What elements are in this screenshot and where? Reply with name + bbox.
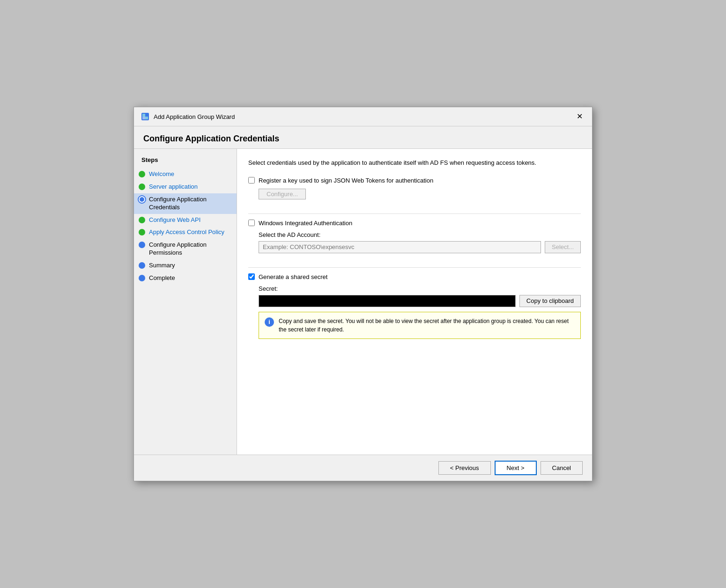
secret-checkbox-row: Generate a shared secret [248,273,581,280]
step-dot-welcome [139,171,145,177]
secret-input[interactable] [259,295,516,307]
sidebar-item-complete[interactable]: Complete [134,272,237,285]
section-separator-2 [248,267,581,268]
close-button[interactable]: ✕ [574,112,585,121]
sidebar-item-summary[interactable]: Summary [134,259,237,272]
previous-button[interactable]: < Previous [438,461,491,475]
content-area: Steps Welcome Server application Configu… [134,149,592,455]
cancel-button[interactable]: Cancel [541,461,583,475]
sidebar-item-apply-access-control[interactable]: Apply Access Control Policy [134,226,237,239]
sidebar-label-configure-permissions: Configure ApplicationPermissions [149,241,207,257]
main-panel: Select credentials used by the applicati… [237,149,592,455]
sidebar-label-apply-access-control: Apply Access Control Policy [149,228,224,236]
sidebar-label-server-application: Server application [149,183,198,191]
sidebar-label-configure-credentials: Configure ApplicationCredentials [149,196,207,212]
description-text: Select credentials used by the applicati… [248,158,581,168]
secret-input-row: Copy to clipboard [259,295,581,307]
svg-rect-3 [142,117,145,119]
info-box: i Copy and save the secret. You will not… [259,312,581,339]
step-dot-configure-web-api [139,217,145,223]
wia-checkbox-row: Windows Integrated Authentication [248,220,581,227]
dialog: Add Application Group Wizard ✕ Configure… [133,107,593,481]
step-dot-server-application [139,184,145,190]
secret-section: Generate a shared secret Secret: Copy to… [248,273,581,339]
sidebar-label-configure-web-api: Configure Web API [149,216,200,224]
copy-to-clipboard-button[interactable]: Copy to clipboard [519,295,581,307]
step-dot-apply-access-control [139,229,145,235]
ad-account-input[interactable] [259,241,541,253]
jwt-checkbox-row: Register a key used to sign JSON Web Tok… [248,177,581,184]
secret-label: Secret: [259,285,581,292]
sidebar-item-configure-credentials[interactable]: Configure ApplicationCredentials [134,193,237,214]
step-dot-configure-credentials [139,196,145,203]
wia-checkbox-label: Windows Integrated Authentication [259,220,352,227]
info-text: Copy and save the secret. You will not b… [279,317,575,334]
info-icon: i [265,317,274,327]
secret-checkbox[interactable] [248,273,255,280]
sidebar-item-configure-web-api[interactable]: Configure Web API [134,214,237,227]
jwt-checkbox-label: Register a key used to sign JSON Web Tok… [259,177,433,184]
title-bar-left: Add Application Group Wizard [141,112,235,121]
page-title: Configure Application Credentials [134,126,592,148]
jwt-checkbox[interactable] [248,177,255,184]
jwt-section: Register a key used to sign JSON Web Tok… [248,177,581,199]
sidebar-item-welcome[interactable]: Welcome [134,168,237,181]
select-button[interactable]: Select... [545,241,581,253]
ad-account-input-row: Select... [259,241,581,253]
title-bar: Add Application Group Wizard ✕ [134,107,592,126]
footer: < Previous Next > Cancel [134,455,592,481]
svg-rect-1 [142,114,145,117]
step-dot-summary [139,262,145,269]
secret-checkbox-label: Generate a shared secret [259,273,327,280]
sidebar-heading: Steps [134,156,237,168]
ad-account-label: Select the AD Account: [259,231,581,238]
sidebar-item-configure-permissions[interactable]: Configure ApplicationPermissions [134,239,237,259]
sidebar-item-server-application[interactable]: Server application [134,181,237,193]
dialog-title: Add Application Group Wizard [154,113,235,120]
wia-checkbox[interactable] [248,220,255,226]
next-button[interactable]: Next > [495,461,537,475]
app-icon [141,112,150,121]
sidebar-label-welcome: Welcome [149,170,174,178]
sidebar: Steps Welcome Server application Configu… [134,149,237,455]
wia-section: Windows Integrated Authentication Select… [248,220,581,253]
section-separator-1 [248,213,581,214]
sidebar-label-summary: Summary [149,262,175,270]
svg-rect-2 [145,117,148,119]
step-dot-configure-permissions [139,242,145,248]
configure-button[interactable]: Configure... [259,189,306,199]
step-dot-complete [139,275,145,281]
sidebar-label-complete: Complete [149,274,175,282]
